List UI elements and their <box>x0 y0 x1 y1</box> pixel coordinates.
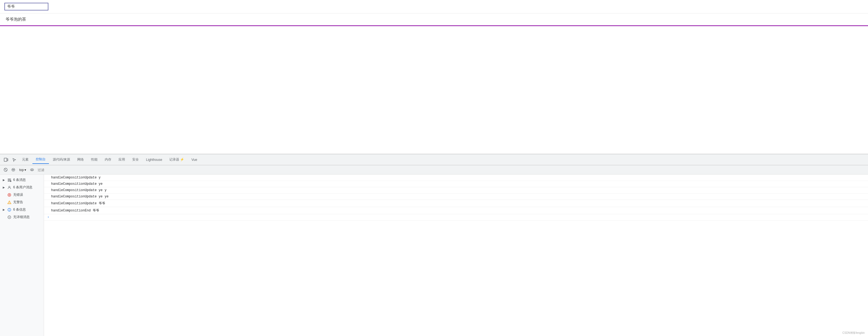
sidebar-item-warnings[interactable]: ▶ 无警告 <box>0 198 44 206</box>
sidebar-item-errors[interactable]: ▶ 无错误 <box>0 191 44 198</box>
svg-point-13 <box>10 180 11 182</box>
svg-point-23 <box>8 216 11 219</box>
devtools-toggle-btn[interactable] <box>2 156 10 163</box>
console-repl-row[interactable]: › <box>44 214 868 220</box>
live-expressions-btn[interactable] <box>29 166 35 173</box>
sidebar-item-messages[interactable]: ▶ 6 条消息 <box>0 176 44 184</box>
log-text-1: handleCompositionUpdate ye <box>51 182 865 186</box>
svg-rect-12 <box>8 181 10 181</box>
devtools-panel: 元素 控制台 源代码/来源 网络 性能 内存 应用 安全 Lighthouse … <box>0 154 868 336</box>
context-dropdown-icon: ▾ <box>25 168 26 172</box>
sidebar-warnings-label: 无警告 <box>13 200 23 205</box>
sidebar-item-info[interactable]: ▶ 6 条信息 <box>0 206 44 213</box>
log-entry-5[interactable]: handleCompositionEnd 爷爷 <box>44 207 868 214</box>
svg-point-9 <box>32 170 33 171</box>
user-icon <box>7 185 11 190</box>
expand-arrow-user: ▶ <box>3 186 5 189</box>
tab-console[interactable]: 控制台 <box>32 155 49 164</box>
log-entry-4[interactable]: handleCompositionUpdate 爷爷 <box>44 200 868 207</box>
tab-network[interactable]: 网络 <box>74 156 87 163</box>
log-entry-1[interactable]: handleCompositionUpdate ye <box>44 181 868 187</box>
sidebar-info-label: 6 条信息 <box>13 207 26 212</box>
tab-lighthouse[interactable]: Lighthouse <box>143 156 165 163</box>
filter-input[interactable] <box>36 167 80 173</box>
warning-icon <box>7 200 11 205</box>
svg-point-19 <box>9 203 9 203</box>
sidebar-verbose-label: 无详细消息 <box>13 215 30 219</box>
log-entry-2[interactable]: handleCompositionUpdate ye y <box>44 187 868 193</box>
search-input[interactable] <box>4 3 49 10</box>
log-entry-3[interactable]: handleCompositionUpdate ye ye <box>44 193 868 200</box>
clear-console-btn[interactable] <box>2 166 9 173</box>
devtools-inspect-btn[interactable] <box>10 156 18 163</box>
error-icon <box>7 193 11 197</box>
sidebar-errors-label: 无错误 <box>13 192 23 197</box>
devtools-tab-bar: 元素 控制台 源代码/来源 网络 性能 内存 应用 安全 Lighthouse … <box>0 154 868 165</box>
filter-btn[interactable] <box>10 166 17 173</box>
context-label: top <box>19 168 24 172</box>
watermark: CSDN博客fengbin <box>842 331 865 335</box>
tab-sources[interactable]: 源代码/来源 <box>50 156 73 163</box>
info-icon <box>7 208 11 212</box>
sidebar-item-verbose[interactable]: ▶ 无详细消息 <box>0 213 44 221</box>
svg-rect-0 <box>4 158 7 161</box>
sidebar-messages-label: 6 条消息 <box>13 178 26 182</box>
tab-elements[interactable]: 元素 <box>19 156 32 163</box>
svg-point-8 <box>31 169 34 171</box>
browser-content: 爷爷泡的茶 <box>0 0 868 154</box>
log-text-2: handleCompositionUpdate ye y <box>51 188 865 192</box>
repl-cursor <box>51 215 865 219</box>
log-text-3: handleCompositionUpdate ye ye <box>51 195 865 198</box>
svg-line-3 <box>5 169 7 171</box>
svg-rect-1 <box>7 159 8 161</box>
tab-memory[interactable]: 内存 <box>101 156 115 163</box>
tab-application[interactable]: 应用 <box>115 156 128 163</box>
svg-point-22 <box>9 209 10 209</box>
sidebar-item-user-messages[interactable]: ▶ 6 条用户消息 <box>0 184 44 191</box>
console-sidebar: ▶ 6 条消息 ▶ <box>0 175 44 336</box>
console-log-area: handleCompositionUpdate y handleComposit… <box>44 175 868 336</box>
result-area: 爷爷泡的茶 <box>0 13 868 26</box>
tab-vue[interactable]: Vue <box>188 156 200 163</box>
devtools-body: ▶ 6 条消息 ▶ <box>0 175 868 336</box>
tab-recorder[interactable]: 记录器 ⚡ <box>166 156 187 163</box>
tab-performance[interactable]: 性能 <box>88 156 101 163</box>
sidebar-user-label: 6 条用户消息 <box>13 185 32 190</box>
svg-point-14 <box>9 186 10 187</box>
verbose-icon <box>7 215 11 219</box>
tab-security[interactable]: 安全 <box>129 156 142 163</box>
expand-arrow-messages: ▶ <box>3 179 5 181</box>
log-entry-0[interactable]: handleCompositionUpdate y <box>44 175 868 181</box>
svg-rect-11 <box>8 180 11 180</box>
console-toolbar: top ▾ <box>0 165 868 175</box>
input-area <box>0 0 868 13</box>
messages-icon <box>7 178 11 182</box>
result-text: 爷爷泡的茶 <box>5 17 26 22</box>
log-text-4: handleCompositionUpdate 爷爷 <box>51 201 865 206</box>
repl-arrow: › <box>47 215 51 219</box>
svg-rect-10 <box>8 179 11 179</box>
log-text-0: handleCompositionUpdate y <box>51 176 865 180</box>
expand-arrow-info: ▶ <box>3 208 5 211</box>
context-selector[interactable]: top ▾ <box>18 167 28 173</box>
log-text-5: handleCompositionEnd 爷爷 <box>51 208 865 213</box>
